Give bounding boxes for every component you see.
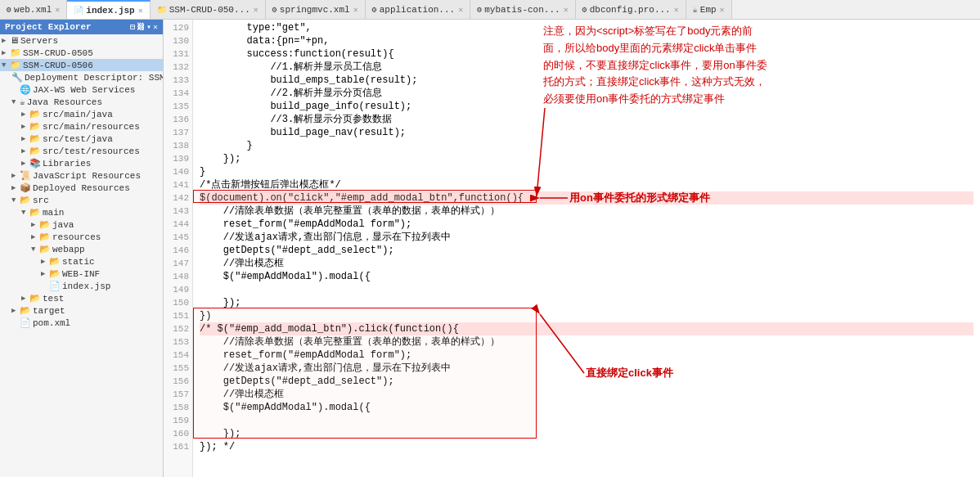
menu-icon[interactable]: ▾	[146, 22, 151, 32]
code-line: //1.解析并显示员工信息	[200, 61, 973, 74]
code-line: data:{pn="+pn,	[200, 34, 973, 47]
jsp-icon: 📄	[74, 6, 83, 16]
code-line: $("#empAddModal").modal({	[200, 270, 973, 283]
sidebar-item[interactable]: ▶📂target	[0, 304, 163, 317]
sidebar-item[interactable]: 🌐JAX-WS Web Services	[0, 83, 163, 96]
line-number: 158	[167, 401, 189, 414]
tab-emp[interactable]: ☕ Emp ✕	[686, 0, 732, 19]
line-number: 147	[167, 257, 189, 270]
sidebar-item[interactable]: ▶📂resources	[0, 231, 163, 243]
code-line: })	[200, 309, 973, 322]
line-number: 141	[167, 178, 189, 191]
sidebar-item[interactable]: ▼☕Java Resources	[0, 96, 163, 108]
tree-node-icon: 📂	[29, 133, 41, 144]
sidebar-item[interactable]: ▼📁SSM-CRUD-0506	[0, 59, 163, 71]
close-icon[interactable]: ✕	[458, 5, 463, 15]
collapse-icon[interactable]: ⊟	[130, 22, 135, 32]
line-number: 157	[167, 388, 189, 401]
tree-node-icon: 📂	[39, 232, 51, 242]
line-number: 144	[167, 218, 189, 231]
sidebar-item[interactable]: 🔧Deployment Descriptor: SSM-CRUD-0506	[0, 71, 163, 83]
sidebar-item[interactable]: ▶📂WEB-INF	[0, 268, 163, 280]
close-icon[interactable]: ✕	[674, 5, 679, 15]
code-line: build_page_info(result);	[200, 100, 973, 113]
sidebar-item[interactable]: ▶📁SSM-CRUD-0505	[0, 47, 163, 59]
sidebar-item[interactable]: ▼📂src	[0, 194, 163, 206]
sidebar-item[interactable]: ▶📂src/test/java	[0, 133, 163, 145]
sidebar-item[interactable]: ▶📜JavaScript Resources	[0, 169, 163, 182]
code-line: success:function(result){	[200, 47, 973, 61]
xml-icon: ⚙	[272, 5, 277, 15]
close-icon[interactable]: ✕	[138, 6, 143, 16]
tab-label: mybatis-con...	[484, 5, 560, 15]
tab-label: web.xml	[14, 5, 52, 15]
line-number: 140	[167, 165, 189, 178]
close-icon[interactable]: ✕	[55, 5, 60, 15]
tree-node-icon: 📂	[29, 109, 41, 119]
line-number: 149	[167, 283, 189, 296]
code-line: //发送ajax请求,查出部门信息，显示在下拉列表中	[200, 231, 973, 244]
code-line: $(document).on("click","#emp_add_modal_b…	[200, 191, 973, 205]
sidebar-item-label: resources	[52, 232, 101, 242]
link-icon[interactable]: ⛓	[137, 22, 145, 32]
tree-node-icon: 📁	[10, 60, 21, 70]
tree-arrow-icon: ▼	[11, 196, 20, 205]
sidebar-item[interactable]: ▶📂src/main/resources	[0, 120, 163, 133]
code-line: });	[200, 152, 973, 165]
line-number: 154	[167, 349, 189, 362]
tree-arrow-icon: ▶	[2, 48, 10, 57]
tab-bar: ⚙ web.xml ✕ 📄 index.jsp ✕ 📁 SSM-CRUD-050…	[0, 0, 980, 20]
close-icon[interactable]: ✕	[564, 5, 569, 15]
tab-index-jsp[interactable]: 📄 index.jsp ✕	[67, 0, 150, 19]
close-icon[interactable]: ✕	[720, 5, 725, 15]
line-number: 146	[167, 244, 189, 257]
folder-icon: 📁	[157, 5, 167, 15]
tree-arrow-icon: ▶	[11, 306, 20, 315]
code-line: }	[200, 139, 973, 152]
code-lines[interactable]: type:"get", data:{pn="+pn, success:funct…	[193, 20, 980, 477]
sidebar-item[interactable]: 📄pom.xml	[0, 317, 163, 329]
sidebar-item[interactable]: ▶📂static	[0, 255, 163, 268]
sidebar-item[interactable]: ▶📂test	[0, 292, 163, 304]
line-number: 159	[167, 414, 189, 427]
sidebar-item[interactable]: ▶📂src/test/resources	[0, 145, 163, 157]
tab-label: application...	[380, 5, 455, 15]
line-number: 133	[167, 74, 189, 87]
tree-container: ▶🖥Servers▶📁SSM-CRUD-0505▼📁SSM-CRUD-0506 …	[0, 34, 163, 329]
xml-icon: ⚙	[477, 5, 482, 15]
tab-dbconfig[interactable]: ⚙ dbconfig.pro... ✕	[576, 0, 686, 19]
xml-icon: ⚙	[372, 5, 377, 15]
sidebar-item[interactable]: ▶🖥Servers	[0, 34, 163, 47]
tree-node-icon: 🔧	[11, 72, 23, 83]
line-number: 132	[167, 61, 189, 74]
sidebar-item-label: Servers	[20, 36, 58, 46]
tab-springmvc-xml[interactable]: ⚙ springmvc.xml ✕	[266, 0, 366, 19]
line-number: 145	[167, 231, 189, 244]
sidebar-item-label: webapp	[52, 245, 85, 254]
code-line: /* $("#emp_add_modal_btn").click(functio…	[200, 322, 973, 335]
sidebar-item[interactable]: ▼📂webapp	[0, 243, 163, 255]
sidebar-item-label: static	[62, 257, 95, 267]
sidebar-item[interactable]: ▶📂src/main/java	[0, 108, 163, 120]
tab-application[interactable]: ⚙ application... ✕	[366, 0, 470, 19]
code-line: //3.解析显示分页参数数据	[200, 113, 973, 126]
close-icon[interactable]: ✕	[153, 22, 158, 32]
close-icon[interactable]: ✕	[353, 5, 358, 15]
sidebar-item-label: Deployment Descriptor: SSM-CRUD-0506	[25, 73, 163, 83]
line-number: 143	[167, 205, 189, 218]
tree-node-icon: 📂	[49, 256, 61, 267]
sidebar-item[interactable]: 📄index.jsp	[0, 280, 163, 292]
close-icon[interactable]: ✕	[254, 5, 258, 15]
tab-ssm-crud-050[interactable]: 📁 SSM-CRUD-050... ✕	[151, 0, 266, 19]
tree-arrow-icon: ▼	[21, 209, 29, 217]
code-line: //2.解析并显示分页信息	[200, 87, 973, 100]
sidebar-item[interactable]: ▶📂java	[0, 218, 163, 231]
tree-node-icon: 📚	[29, 158, 41, 169]
tree-node-icon: 📂	[39, 244, 51, 254]
tree-arrow-icon: ▶	[41, 269, 49, 278]
sidebar-item[interactable]: ▶📚Libraries	[0, 157, 163, 169]
tab-web-xml[interactable]: ⚙ web.xml ✕	[0, 0, 67, 19]
sidebar-item[interactable]: ▶📦Deployed Resources	[0, 182, 163, 194]
tab-mybatis-con[interactable]: ⚙ mybatis-con... ✕	[470, 0, 575, 19]
sidebar-item[interactable]: ▼📂main	[0, 206, 163, 218]
